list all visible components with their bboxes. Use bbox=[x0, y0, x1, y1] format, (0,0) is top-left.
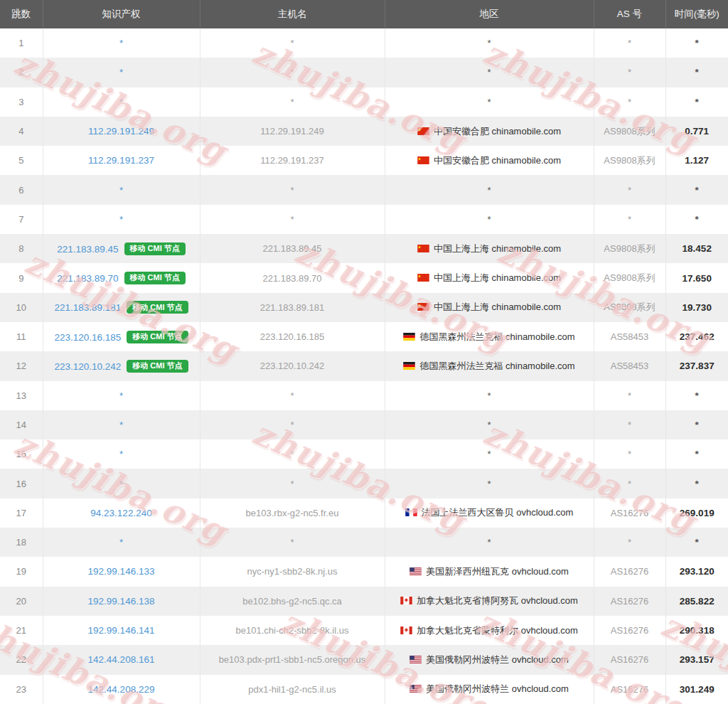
table-body: 1*****2*****3*****4112.29.191.249112.29.… bbox=[0, 28, 728, 704]
region-cell: 中国上海上海 chinamobile.com bbox=[385, 234, 594, 263]
region-cell: 美国俄勒冈州波特兰 ovhcloud.com bbox=[385, 675, 594, 704]
flag-us-icon bbox=[410, 656, 422, 663]
hop-number: 4 bbox=[0, 117, 43, 146]
timeout-asterisk: * bbox=[290, 390, 294, 401]
timeout-asterisk: * bbox=[695, 214, 699, 225]
hop-number: 7 bbox=[0, 205, 43, 234]
ip-link[interactable]: 221.183.89.181 bbox=[54, 302, 121, 313]
table-row: 6***** bbox=[0, 175, 728, 204]
latency-cell: 19.730 bbox=[665, 293, 728, 322]
table-row: 19192.99.146.133nyc-ny1-sbb2-8k.nj.us美国新… bbox=[0, 557, 728, 586]
region-cell: * bbox=[385, 439, 594, 469]
table-row: 2***** bbox=[0, 58, 728, 87]
hop-number: 5 bbox=[0, 146, 43, 175]
ip-link[interactable]: 192.99.146.138 bbox=[88, 596, 155, 607]
region-label: 中国安徽合肥 chinamobile.com bbox=[434, 155, 561, 166]
column-header: AS 号 bbox=[594, 0, 665, 28]
latency-cell: * bbox=[665, 58, 728, 87]
ip-cell: 221.183.89.181移动 CMI 节点 bbox=[43, 293, 200, 322]
as-number-cell: AS9808系列 bbox=[594, 234, 665, 263]
table-row: 11223.120.16.185移动 CMI 节点223.120.16.185德… bbox=[0, 322, 728, 351]
ip-link[interactable]: 223.120.16.185 bbox=[54, 331, 121, 342]
table-row: 10221.183.89.181移动 CMI 节点221.183.89.181中… bbox=[0, 293, 728, 322]
as-number-cell: AS9808系列 bbox=[594, 293, 665, 322]
as-number-cell: AS16276 bbox=[594, 587, 665, 616]
timeout-asterisk: * bbox=[695, 537, 699, 548]
ip-cell: 112.29.191.237 bbox=[43, 146, 200, 175]
region-cell: * bbox=[385, 381, 594, 410]
ip-link[interactable]: 192.99.146.141 bbox=[88, 625, 155, 636]
hostname-cell: 112.29.191.249 bbox=[200, 117, 385, 146]
timeout-asterisk: * bbox=[628, 185, 631, 196]
as-number-cell: AS9808系列 bbox=[594, 117, 665, 146]
latency-cell: * bbox=[665, 205, 728, 234]
hostname-cell: 221.183.89.181 bbox=[200, 293, 385, 322]
table-row: 3***** bbox=[0, 87, 728, 117]
hostname-cell: * bbox=[200, 528, 385, 557]
region-cell: 法国上法兰西大区鲁贝 ovhcloud.com bbox=[385, 498, 594, 528]
ip-cell: * bbox=[43, 175, 200, 204]
ip-link[interactable]: 142.44.208.161 bbox=[88, 654, 155, 665]
ip-link[interactable]: 112.29.191.249 bbox=[88, 126, 154, 137]
timeout-asterisk: * bbox=[290, 97, 294, 107]
timeout-asterisk: * bbox=[487, 38, 491, 48]
hostname-cell: * bbox=[200, 175, 385, 204]
hop-number: 3 bbox=[0, 87, 43, 117]
timeout-asterisk: * bbox=[487, 390, 491, 401]
hop-number: 1 bbox=[0, 28, 43, 58]
ip-link[interactable]: 94.23.122.240 bbox=[90, 508, 151, 518]
ip-cell: * bbox=[43, 469, 200, 498]
timeout-asterisk: * bbox=[290, 214, 294, 225]
as-number-cell: * bbox=[594, 439, 665, 469]
ip-cell: 142.44.208.161 bbox=[43, 645, 200, 674]
latency-cell: 293.120 bbox=[665, 557, 728, 586]
ip-link[interactable]: 112.29.191.237 bbox=[88, 155, 154, 166]
ip-cell: * bbox=[43, 528, 200, 557]
hostname-cell: * bbox=[200, 410, 385, 439]
ip-cell: 94.23.122.240 bbox=[43, 498, 200, 528]
hop-number: 12 bbox=[0, 351, 43, 380]
hop-number: 2 bbox=[0, 58, 43, 87]
timeout-asterisk: * bbox=[119, 67, 123, 78]
region-cell: 美国俄勒冈州波特兰 ovhcloud.com bbox=[385, 645, 594, 674]
timeout-asterisk: * bbox=[290, 185, 294, 196]
timeout-asterisk: * bbox=[119, 449, 123, 459]
table-row: 14***** bbox=[0, 410, 728, 439]
region-label: 中国安徽合肥 chinamobile.com bbox=[434, 126, 561, 137]
table-row: 1794.23.122.240be103.rbx-g2-nc5.fr.eu法国上… bbox=[0, 498, 728, 528]
region-cell: 中国上海上海 chinamobile.com bbox=[385, 263, 594, 292]
timeout-asterisk: * bbox=[119, 185, 123, 196]
as-number-cell: * bbox=[594, 205, 665, 234]
timeout-asterisk: * bbox=[119, 390, 123, 401]
table-row: 13***** bbox=[0, 381, 728, 410]
ip-link[interactable]: 221.183.89.70 bbox=[57, 272, 118, 283]
hop-number: 6 bbox=[0, 175, 43, 204]
table-row: 23142.44.208.229pdx1-hil1-g2-nc5.il.us美国… bbox=[0, 675, 728, 704]
flag-fr-icon bbox=[405, 508, 417, 516]
cmi-node-badge: 移动 CMI 节点 bbox=[124, 272, 186, 284]
ip-link[interactable]: 192.99.146.133 bbox=[88, 566, 155, 577]
ip-cell: 223.120.10.242移动 CMI 节点 bbox=[43, 351, 200, 380]
latency-cell: 1.127 bbox=[665, 146, 728, 175]
ip-link[interactable]: 223.120.10.242 bbox=[54, 361, 121, 371]
ip-link[interactable]: 142.44.208.229 bbox=[88, 684, 155, 695]
flag-de-icon bbox=[403, 333, 415, 341]
flag-cn-icon bbox=[417, 245, 429, 252]
table-row: 4112.29.191.249112.29.191.249中国安徽合肥 chin… bbox=[0, 117, 728, 146]
ip-cell: * bbox=[43, 205, 200, 234]
region-label: 德国黑森州法兰克福 chinamobile.com bbox=[419, 361, 574, 371]
timeout-asterisk: * bbox=[628, 67, 631, 78]
timeout-asterisk: * bbox=[290, 420, 294, 430]
ip-link[interactable]: 221.183.89.45 bbox=[57, 243, 118, 254]
hostname-cell: * bbox=[200, 87, 385, 117]
timeout-asterisk: * bbox=[119, 479, 123, 489]
hostname-cell: be101.chi-ch2-sbb2-8k.il.us bbox=[200, 616, 385, 645]
region-label: 美国俄勒冈州波特兰 ovhcloud.com bbox=[426, 654, 569, 665]
as-number-cell: AS16276 bbox=[594, 645, 665, 674]
flag-us-icon bbox=[410, 685, 422, 693]
region-cell: 中国安徽合肥 chinamobile.com bbox=[385, 117, 594, 146]
region-label: 法国上法兰西大区鲁贝 ovhcloud.com bbox=[422, 507, 574, 518]
ip-cell: * bbox=[43, 381, 200, 410]
cmi-node-badge: 移动 CMI 节点 bbox=[124, 242, 186, 255]
hop-number: 13 bbox=[0, 381, 43, 410]
